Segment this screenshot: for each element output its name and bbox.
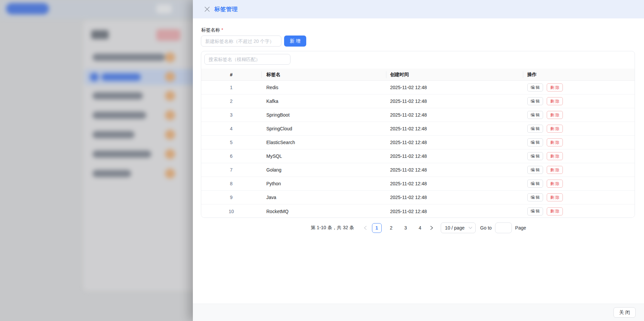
new-tag-input[interactable] <box>201 36 281 47</box>
table-header: # 标签名 创建时间 操作 <box>201 69 635 81</box>
tag-name: Python <box>261 181 386 186</box>
edit-button[interactable]: 编 辑 <box>527 111 543 119</box>
edit-button[interactable]: 编 辑 <box>527 207 543 215</box>
page-button-1[interactable]: 1 <box>372 223 382 233</box>
new-tag-form: 新 增 <box>201 36 306 47</box>
table-row: 4 SpringCloud 2025-11-02 12:48 编 辑删 除 <box>201 122 635 136</box>
tag-name: Java <box>261 195 386 200</box>
row-index: 1 <box>201 85 261 90</box>
column-header-actions: 操作 <box>523 69 635 80</box>
chevron-down-icon <box>469 227 472 229</box>
tag-name: ElasticSearch <box>261 140 386 145</box>
delete-button[interactable]: 删 除 <box>547 97 562 105</box>
goto-label: Go to <box>480 225 492 231</box>
row-index: 9 <box>201 195 261 200</box>
created-time: 2025-11-02 12:48 <box>386 209 523 214</box>
created-time: 2025-11-02 12:48 <box>386 99 523 104</box>
pagination: 第 1-10 条，共 32 条 1 2 3 4 10 / page Go to … <box>193 222 644 233</box>
delete-button[interactable]: 删 除 <box>547 138 562 146</box>
created-time: 2025-11-02 12:48 <box>386 140 523 145</box>
drawer-footer: 关 闭 <box>193 304 644 321</box>
created-time: 2025-11-02 12:48 <box>386 85 523 90</box>
prev-page-button[interactable] <box>361 223 370 233</box>
edit-button[interactable]: 编 辑 <box>527 152 543 160</box>
edit-button[interactable]: 编 辑 <box>527 138 543 146</box>
tag-name: Golang <box>261 167 386 173</box>
drawer-header: 标签管理 <box>193 0 644 18</box>
chevron-left-icon <box>364 226 367 230</box>
table-body: 1 Redis 2025-11-02 12:48 编 辑删 除 2 Kafka … <box>201 81 635 218</box>
tag-name-label-text: 标签名称 <box>201 27 220 33</box>
edit-button[interactable]: 编 辑 <box>527 125 543 133</box>
search-tag-input[interactable] <box>204 54 290 65</box>
column-header-name: 标签名 <box>261 69 386 80</box>
delete-button[interactable]: 删 除 <box>547 180 562 188</box>
table-row: 2 Kafka 2025-11-02 12:48 编 辑删 除 <box>201 94 635 108</box>
page-size-value: 10 / page <box>445 225 465 231</box>
next-page-button[interactable] <box>427 223 436 233</box>
row-index: 10 <box>201 209 261 214</box>
table-row: 3 SpringBoot 2025-11-02 12:48 编 辑删 除 <box>201 108 635 122</box>
goto-page-input[interactable] <box>495 222 512 233</box>
created-time: 2025-11-02 12:48 <box>386 195 523 200</box>
edit-button[interactable]: 编 辑 <box>527 97 543 105</box>
tag-name-label: 标签名称* <box>201 27 223 33</box>
row-index: 5 <box>201 140 261 145</box>
drawer-title: 标签管理 <box>214 5 238 13</box>
created-time: 2025-11-02 12:48 <box>386 167 523 173</box>
row-index: 7 <box>201 167 261 173</box>
tag-name: MySQL <box>261 153 386 159</box>
delete-button[interactable]: 删 除 <box>547 193 562 201</box>
table-row: 1 Redis 2025-11-02 12:48 编 辑删 除 <box>201 81 635 94</box>
add-tag-button[interactable]: 新 增 <box>284 36 306 47</box>
table-row: 9 Java 2025-11-02 12:48 编 辑删 除 <box>201 191 635 204</box>
table-row: 6 MySQL 2025-11-02 12:48 编 辑删 除 <box>201 149 635 163</box>
close-drawer-button[interactable]: 关 闭 <box>613 307 636 318</box>
table-row: 5 ElasticSearch 2025-11-02 12:48 编 辑删 除 <box>201 136 635 149</box>
page-button-3[interactable]: 3 <box>401 223 411 233</box>
row-index: 8 <box>201 181 261 186</box>
row-index: 4 <box>201 126 261 131</box>
page-size-select[interactable]: 10 / page <box>441 222 476 233</box>
tag-name: SpringCloud <box>261 126 386 131</box>
pagination-total: 第 1-10 条，共 32 条 <box>311 225 354 231</box>
required-mark: * <box>221 27 223 33</box>
table-row: 10 RocketMQ 2025-11-02 12:48 编 辑删 除 <box>201 204 635 218</box>
tag-name: SpringBoot <box>261 112 386 118</box>
created-time: 2025-11-02 12:48 <box>386 181 523 186</box>
table-row: 8 Python 2025-11-02 12:48 编 辑删 除 <box>201 177 635 191</box>
edit-button[interactable]: 编 辑 <box>527 193 543 201</box>
edit-button[interactable]: 编 辑 <box>527 83 543 91</box>
close-icon[interactable] <box>204 6 210 12</box>
created-time: 2025-11-02 12:48 <box>386 153 523 159</box>
delete-button[interactable]: 删 除 <box>547 111 562 119</box>
page-label: Page <box>515 225 526 231</box>
delete-button[interactable]: 删 除 <box>547 152 562 160</box>
tag-name: Redis <box>261 85 386 90</box>
row-index: 6 <box>201 153 261 159</box>
column-header-created: 创建时间 <box>386 69 523 80</box>
edit-button[interactable]: 编 辑 <box>527 166 543 174</box>
page-button-4[interactable]: 4 <box>415 223 425 233</box>
delete-button[interactable]: 删 除 <box>547 83 562 91</box>
page-button-2[interactable]: 2 <box>386 223 396 233</box>
table-row: 7 Golang 2025-11-02 12:48 编 辑删 除 <box>201 163 635 177</box>
delete-button[interactable]: 删 除 <box>547 207 562 215</box>
created-time: 2025-11-02 12:48 <box>386 126 523 131</box>
edit-button[interactable]: 编 辑 <box>527 180 543 188</box>
chevron-right-icon <box>430 226 433 230</box>
delete-button[interactable]: 删 除 <box>547 166 562 174</box>
tag-table-card: # 标签名 创建时间 操作 1 Redis 2025-11-02 12:48 编… <box>201 51 635 218</box>
tag-management-drawer: 标签管理 标签名称* 新 增 # 标签名 创建时间 操作 1 Redis 202… <box>193 0 644 321</box>
delete-button[interactable]: 删 除 <box>547 125 562 133</box>
tag-name: RocketMQ <box>261 209 386 214</box>
column-header-index: # <box>201 69 261 80</box>
row-index: 2 <box>201 99 261 104</box>
tag-name: Kafka <box>261 99 386 104</box>
created-time: 2025-11-02 12:48 <box>386 112 523 118</box>
row-index: 3 <box>201 112 261 118</box>
